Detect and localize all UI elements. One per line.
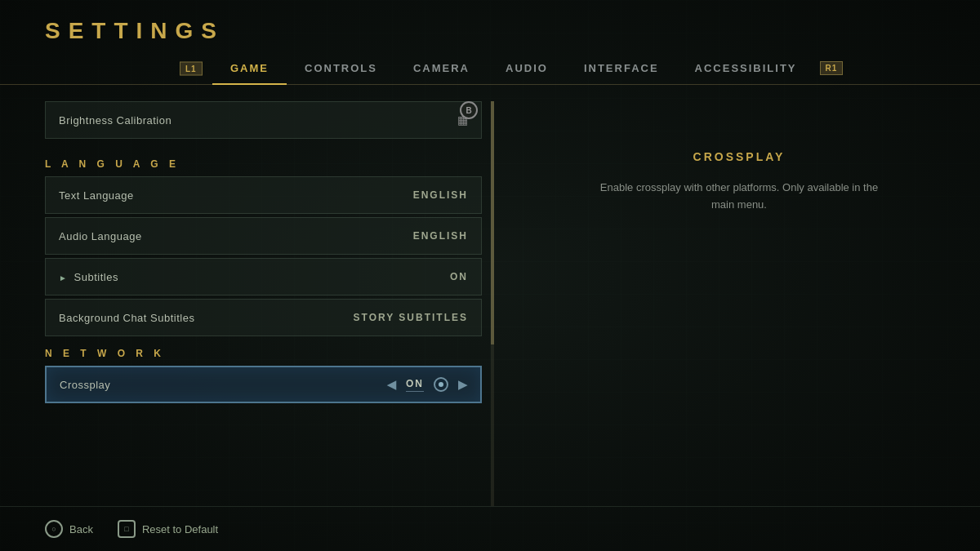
crossplay-value-container: ON [406,378,424,392]
b-button-indicator: B [460,101,478,119]
crossplay-value: ON [406,378,424,389]
crossplay-controls: ◀ ON ▶ [387,377,467,392]
tab-camera[interactable]: CAMERA [395,52,488,84]
brightness-label: Brightness Calibration [59,114,172,127]
prev-arrow-icon[interactable]: ◀ [387,378,396,391]
tab-audio[interactable]: AUDIO [488,52,566,84]
back-label: Back [69,523,93,535]
bottom-bar: ○ Back □ Reset to Default [0,506,980,551]
reset-button[interactable]: □ Reset to Default [118,520,218,538]
subtitles-row[interactable]: ► Subtitles ON [45,258,482,295]
dot-indicator [434,377,448,392]
audio-language-value: ENGLISH [413,230,468,242]
background-chat-row[interactable]: Background Chat Subtitles STORY SUBTITLE… [45,299,482,336]
info-description: Enable crossplay with other platforms. O… [596,180,882,214]
lb-button[interactable]: L1 [180,61,203,75]
tab-game[interactable]: GAME [212,52,287,84]
reset-label: Reset to Default [142,523,218,535]
settings-title: SETTINGS [0,0,980,52]
tab-controls[interactable]: CONTROLS [287,52,395,84]
audio-language-row[interactable]: Audio Language ENGLISH [45,217,482,255]
dot-inner [439,382,443,387]
left-panel: Brightness Calibration ▦ B L A N G U A G… [0,101,498,506]
crossplay-row[interactable]: Crossplay ◀ ON ▶ [45,366,482,403]
info-title: CROSSPLAY [693,150,786,163]
scroll-thumb [491,101,494,344]
tab-interface[interactable]: INTERFACE [566,52,677,84]
background-chat-value: STORY SUBTITLES [354,312,468,323]
subtitles-label: ► Subtitles [59,271,118,283]
scroll-indicator[interactable] [491,101,494,506]
back-icon: ○ [45,520,63,538]
crossplay-label: Crossplay [60,379,110,391]
tab-bar: L1 GAME CONTROLS CAMERA AUDIO INTERFACE … [0,52,980,85]
reset-icon: □ [118,520,136,538]
rb-button[interactable]: R1 [820,61,844,75]
value-underline [406,391,424,392]
audio-language-label: Audio Language [59,230,142,242]
brightness-calibration-row[interactable]: Brightness Calibration ▦ [45,101,482,139]
text-language-value: ENGLISH [413,189,468,201]
language-section-header: L A N G U A G E [45,150,482,176]
background-chat-label: Background Chat Subtitles [59,312,194,324]
right-panel: CROSSPLAY Enable crossplay with other pl… [498,101,980,506]
expand-arrow-icon: ► [59,273,67,282]
subtitles-value: ON [450,271,468,282]
text-language-label: Text Language [59,189,134,202]
text-language-row[interactable]: Text Language ENGLISH [45,176,482,214]
network-section-header: N E T W O R K [45,340,482,366]
tab-accessibility[interactable]: ACCESSIBILITY [677,52,815,84]
back-button[interactable]: ○ Back [45,520,93,538]
main-content: Brightness Calibration ▦ B L A N G U A G… [0,85,980,506]
next-arrow-icon[interactable]: ▶ [458,378,467,391]
page-wrapper: SETTINGS L1 GAME CONTROLS CAMERA AUDIO I… [0,0,980,551]
